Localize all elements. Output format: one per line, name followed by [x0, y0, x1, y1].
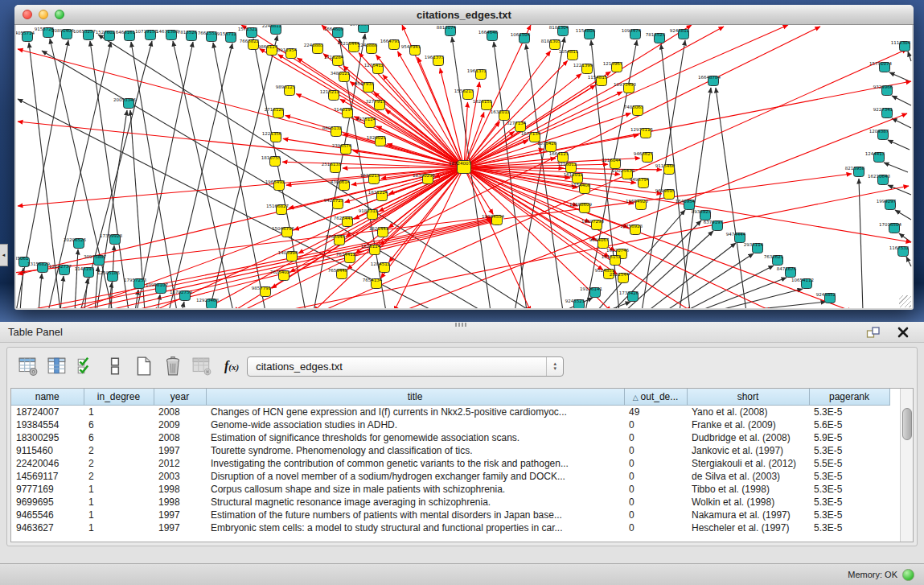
new-column-icon[interactable] — [133, 355, 155, 377]
window-resize-grip[interactable] — [899, 295, 911, 307]
table-cell[interactable]: Tourette syndrome. Phenomenology and cla… — [206, 444, 624, 457]
table-cell[interactable]: de Silva et al. (2003) — [687, 470, 809, 483]
panel-collapse-arrow[interactable]: ◂ — [0, 244, 8, 266]
network-graph[interactable]: 1872400718300295193845547663822986012489… — [16, 25, 912, 308]
table-mode-icon[interactable] — [17, 355, 39, 377]
table-cell[interactable]: 1 — [84, 509, 154, 521]
table-cell[interactable]: 0 — [624, 521, 687, 534]
table-cell[interactable]: 0 — [624, 418, 687, 431]
close-window-button[interactable] — [23, 10, 32, 19]
table-cell[interactable]: Tibbo et al. (1998) — [687, 483, 809, 496]
table-cell[interactable]: 9777169 — [11, 483, 84, 496]
table-cell[interactable]: 5.3E-5 — [809, 483, 889, 496]
table-row[interactable]: 2242004622012Investigating the contribut… — [11, 457, 889, 470]
table-cell[interactable]: 49 — [624, 406, 687, 419]
function-builder-icon[interactable]: f(x) — [224, 359, 239, 373]
select-columns-icon[interactable] — [75, 355, 97, 377]
column-header[interactable]: pagerank — [809, 389, 889, 406]
table-cell[interactable]: Estimation of the future numbers of pati… — [206, 509, 624, 521]
table-cell[interactable]: 0 — [624, 444, 687, 457]
table-cell[interactable]: Embryonic stem cells: a model to study s… — [206, 521, 624, 534]
table-cell[interactable]: Corpus callosum shape and size in male p… — [206, 483, 624, 496]
table-cell[interactable]: 0 — [624, 431, 687, 444]
table-cell[interactable]: 2 — [84, 457, 154, 470]
delete-columns-icon[interactable] — [162, 355, 184, 377]
table-row[interactable]: 977716911998Corpus callosum shape and si… — [11, 483, 889, 496]
column-header[interactable]: in_degree — [84, 389, 154, 406]
table-cell[interactable]: 5.3E-5 — [809, 521, 889, 534]
table-cell[interactable]: 9465546 — [11, 509, 84, 521]
table-row[interactable]: 1830029562008Estimation of significance … — [11, 431, 889, 444]
table-cell[interactable]: 0 — [624, 509, 687, 521]
table-row[interactable]: 946554611997Estimation of the future num… — [11, 509, 889, 521]
table-cell[interactable]: 9699695 — [11, 496, 84, 509]
table-cell[interactable]: 2 — [84, 470, 154, 483]
table-cell[interactable]: 1997 — [154, 521, 206, 534]
table-cell[interactable]: 5.3E-5 — [809, 496, 889, 509]
table-row[interactable]: 911546021997Tourette syndrome. Phenomeno… — [11, 444, 889, 457]
table-cell[interactable]: Nakamura et al. (1997) — [687, 509, 809, 521]
table-cell[interactable]: 5.3E-5 — [809, 444, 889, 457]
table-cell[interactable]: Disruption of a novel member of a sodium… — [206, 470, 624, 483]
table-cell[interactable]: 14569117 — [11, 470, 84, 483]
table-cell[interactable]: 9115460 — [11, 444, 84, 457]
table-cell[interactable]: 0 — [624, 457, 687, 470]
table-cell[interactable]: 22420046 — [11, 457, 84, 470]
table-row[interactable]: 1872400712008Changes of HCN gene express… — [11, 406, 889, 419]
table-row[interactable]: 1938455462009Genome-wide association stu… — [11, 418, 889, 431]
table-cell[interactable]: 5.9E-5 — [809, 431, 889, 444]
table-cell[interactable]: 9463627 — [11, 521, 84, 534]
table-cell[interactable]: 2008 — [154, 431, 206, 444]
row-merge-icon[interactable] — [104, 355, 126, 377]
table-scrollbar-thumb[interactable] — [902, 408, 912, 440]
table-cell[interactable]: 18724007 — [11, 406, 84, 419]
table-header-row[interactable]: namein_degreeyeartitle△out_de...shortpag… — [11, 389, 889, 406]
table-cell[interactable]: Genome-wide association studies in ADHD. — [206, 418, 624, 431]
table-cell[interactable]: Jankovic et al. (1997) — [687, 444, 809, 457]
table-cell[interactable]: 1 — [84, 406, 154, 419]
show-columns-icon[interactable] — [46, 355, 68, 377]
table-cell[interactable]: 0 — [624, 470, 687, 483]
table-cell[interactable]: 1998 — [154, 496, 206, 509]
table-cell[interactable]: Hescheler et al. (1997) — [687, 521, 809, 534]
table-cell[interactable]: 2009 — [154, 418, 206, 431]
table-cell[interactable]: 5.3E-5 — [809, 406, 889, 419]
close-panel-icon[interactable] — [897, 326, 910, 339]
table-cell[interactable]: 0 — [624, 496, 687, 509]
table-cell[interactable]: 2012 — [154, 457, 206, 470]
table-cell[interactable]: Estimation of significance thresholds fo… — [206, 431, 624, 444]
network-table-selector[interactable]: citations_edges.txt ▲▼ — [247, 356, 564, 377]
table-cell[interactable]: Franke et al. (2009) — [687, 418, 809, 431]
table-cell[interactable]: Changes of HCN gene expression and I(f) … — [206, 406, 624, 419]
column-header[interactable]: △out_de... — [624, 389, 687, 406]
memory-status-icon[interactable] — [902, 569, 914, 581]
minimize-window-button[interactable] — [39, 10, 48, 19]
table-cell[interactable]: 1998 — [154, 483, 206, 496]
table-cell[interactable]: 6 — [84, 431, 154, 444]
column-header[interactable]: short — [687, 389, 809, 406]
table-cell[interactable]: 0 — [624, 483, 687, 496]
table-cell[interactable]: 5.3E-5 — [809, 509, 889, 521]
table-cell[interactable]: Wolkin et al. (1998) — [687, 496, 809, 509]
column-header[interactable]: year — [154, 389, 206, 406]
table-cell[interactable]: 1 — [84, 521, 154, 534]
table-cell[interactable]: 5.6E-5 — [809, 418, 889, 431]
network-window-titlebar[interactable]: citations_edges.txt — [14, 5, 914, 25]
table-cell[interactable]: 1 — [84, 496, 154, 509]
table-row[interactable]: 1456911722003Disruption of a novel membe… — [11, 470, 889, 483]
float-panel-icon[interactable] — [866, 326, 881, 339]
table-cell[interactable]: Dudbridge et al. (2008) — [687, 431, 809, 444]
column-header[interactable]: name — [11, 389, 84, 406]
splitter-handle[interactable] — [455, 323, 468, 327]
table-cell[interactable]: 2008 — [154, 406, 206, 419]
table-cell[interactable]: Stergiakouli et al. (2012) — [687, 457, 809, 470]
table-cell[interactable]: 5.3E-5 — [809, 470, 889, 483]
network-graph-canvas[interactable]: 1872400718300295193845547663822986012489… — [16, 25, 912, 308]
table-cell[interactable]: 18300295 — [11, 431, 84, 444]
table-cell[interactable]: 1 — [84, 483, 154, 496]
table-scrollbar[interactable] — [900, 389, 913, 542]
table-cell[interactable]: 1997 — [154, 509, 206, 521]
table-cell[interactable]: 6 — [84, 418, 154, 431]
table-cell[interactable]: Yano et al. (2008) — [687, 406, 809, 419]
table-row[interactable]: 946362711997Embryonic stem cells: a mode… — [11, 521, 889, 534]
